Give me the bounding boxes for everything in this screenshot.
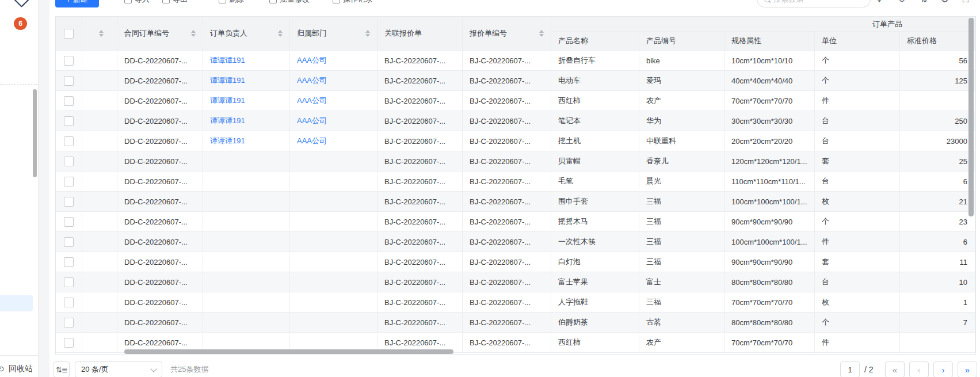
column-settings-icon[interactable]: ⇅ bbox=[918, 0, 929, 7]
row-select-cell[interactable] bbox=[56, 292, 82, 313]
row-checkbox[interactable] bbox=[64, 76, 74, 86]
row-select-cell[interactable] bbox=[56, 172, 82, 192]
row-checkbox[interactable] bbox=[64, 197, 74, 207]
row-checkbox[interactable] bbox=[64, 217, 74, 227]
row-sort-cell bbox=[82, 313, 117, 333]
quote-number-cell: BJ-C-20220607-... bbox=[463, 333, 551, 353]
row-select-cell[interactable] bbox=[56, 192, 82, 212]
row-checkbox[interactable] bbox=[64, 157, 74, 166]
department-link[interactable]: AAA公司 bbox=[297, 56, 327, 64]
row-select-cell[interactable] bbox=[56, 232, 82, 252]
product-name-cell: 电动车 bbox=[551, 71, 639, 91]
row-select-cell[interactable] bbox=[56, 272, 82, 292]
unit-cell: 件 bbox=[815, 91, 900, 111]
row-checkbox[interactable] bbox=[64, 116, 74, 126]
current-page-input[interactable]: 1 bbox=[840, 361, 860, 377]
row-select-cell[interactable] bbox=[56, 91, 82, 111]
last-page-button[interactable]: » bbox=[958, 361, 977, 377]
operation-log-button[interactable]: 操作记录 bbox=[333, 0, 373, 7]
spec-cell: 120cm*120cm*120/1... bbox=[724, 151, 815, 172]
row-checkbox[interactable] bbox=[64, 96, 74, 106]
department-cell bbox=[290, 151, 377, 172]
table-row: DD-C-20220607-...BJ-C-20220607-...BJ-C-2… bbox=[56, 292, 975, 313]
table-row: DD-C-20220607-...谭谭谭191AAA公司BJ-C-2022060… bbox=[56, 51, 975, 71]
sort-carets-icon[interactable] bbox=[99, 30, 104, 37]
next-page-button[interactable]: › bbox=[933, 361, 953, 377]
select-all-header[interactable] bbox=[56, 17, 82, 51]
owner-link[interactable]: 谭谭谭191 bbox=[210, 116, 245, 125]
department-link[interactable]: AAA公司 bbox=[297, 96, 327, 105]
plus-icon: + bbox=[66, 0, 71, 4]
new-button[interactable]: +新建 bbox=[55, 0, 99, 7]
row-density-button[interactable]: ⇅≣ bbox=[54, 361, 70, 377]
unit-cell: 个 bbox=[815, 71, 900, 91]
quote-number-cell: BJ-C-20220607-... bbox=[463, 172, 551, 192]
owner-link[interactable]: 谭谭谭191 bbox=[210, 56, 245, 64]
select-all-checkbox[interactable] bbox=[64, 29, 74, 39]
import-button[interactable]: 导入 bbox=[124, 0, 150, 7]
sidebar-scrollbar[interactable] bbox=[33, 89, 37, 177]
product-code-cell: 富士 bbox=[639, 272, 724, 292]
row-checkbox[interactable] bbox=[64, 318, 74, 328]
spec-cell: 100cm*100cm*100/1... bbox=[724, 192, 815, 212]
row-select-cell[interactable] bbox=[56, 131, 82, 151]
first-page-button[interactable]: « bbox=[885, 361, 905, 377]
gear-icon[interactable]: ⚙ bbox=[939, 0, 951, 7]
product-code-cell: 华为 bbox=[639, 111, 724, 131]
sort-carets-icon[interactable] bbox=[365, 30, 370, 37]
row-select-cell[interactable] bbox=[56, 333, 82, 353]
page-size-select[interactable]: 20 条/页 bbox=[75, 361, 162, 377]
department-link[interactable]: AAA公司 bbox=[297, 116, 327, 125]
recycle-bin-button[interactable]: ⟲ 回收站 bbox=[0, 363, 52, 375]
delete-button[interactable]: 删除 bbox=[219, 0, 244, 7]
unit-cell: 台 bbox=[815, 111, 900, 131]
order-number-cell: DD-C-20220607-... bbox=[117, 151, 203, 172]
prev-page-button[interactable]: ‹ bbox=[909, 361, 929, 377]
owner-link[interactable]: 谭谭谭191 bbox=[210, 76, 245, 85]
filter-icon[interactable]: ⧩ bbox=[874, 0, 885, 7]
unit-cell: 台 bbox=[815, 272, 900, 292]
row-checkbox[interactable] bbox=[64, 136, 74, 146]
price-cell: 125 bbox=[900, 71, 975, 91]
row-select-cell[interactable] bbox=[56, 313, 82, 333]
row-select-cell[interactable] bbox=[56, 151, 82, 172]
row-checkbox[interactable] bbox=[64, 237, 74, 247]
fullscreen-icon[interactable]: ⛶ bbox=[960, 0, 971, 7]
column-header-department[interactable]: 归属部门 bbox=[290, 17, 377, 51]
row-select-cell[interactable] bbox=[56, 111, 82, 131]
column-header-order-number[interactable]: 合同订单编号 bbox=[117, 17, 203, 51]
owner-link[interactable]: 谭谭谭191 bbox=[210, 136, 245, 145]
row-checkbox[interactable] bbox=[64, 257, 74, 267]
sort-carets-icon[interactable] bbox=[539, 30, 544, 37]
order-number-cell: DD-C-20220607-... bbox=[117, 232, 203, 252]
row-checkbox[interactable] bbox=[64, 177, 74, 186]
row-checkbox[interactable] bbox=[64, 338, 74, 348]
sort-carets-icon[interactable] bbox=[191, 30, 196, 37]
gem-icon[interactable] bbox=[14, 0, 29, 7]
product-name-cell: 西红柿 bbox=[551, 333, 639, 353]
department-link[interactable]: AAA公司 bbox=[297, 136, 327, 145]
table-row: DD-C-20220607-...谭谭谭191AAA公司BJ-C-2022060… bbox=[56, 131, 975, 151]
row-select-cell[interactable] bbox=[56, 212, 82, 232]
row-sort-header[interactable] bbox=[82, 17, 117, 51]
product-code-cell: bike bbox=[639, 51, 724, 71]
related-quote-cell: BJ-C-20220607-... bbox=[377, 172, 463, 192]
row-checkbox[interactable] bbox=[64, 298, 74, 307]
row-select-cell[interactable] bbox=[56, 252, 82, 272]
row-checkbox[interactable] bbox=[64, 56, 74, 66]
row-select-cell[interactable] bbox=[56, 71, 82, 91]
batch-edit-button[interactable]: 批量修改 bbox=[269, 0, 310, 7]
sort-carets-icon[interactable] bbox=[278, 30, 283, 37]
row-select-cell[interactable] bbox=[56, 51, 82, 71]
sidebar-item-selected[interactable] bbox=[0, 295, 33, 311]
department-link[interactable]: AAA公司 bbox=[297, 76, 327, 85]
horizontal-scrollbar[interactable] bbox=[124, 349, 453, 354]
refresh-icon[interactable]: ↻ bbox=[896, 0, 907, 7]
column-header-owner[interactable]: 订单负责人 bbox=[203, 17, 290, 51]
owner-link[interactable]: 谭谭谭191 bbox=[210, 96, 245, 105]
vertical-scrollbar[interactable] bbox=[968, 18, 974, 216]
row-checkbox[interactable] bbox=[64, 277, 74, 287]
search-input[interactable]: 搜索数据 bbox=[757, 0, 871, 7]
column-header-quote-number[interactable]: 报价单编号 bbox=[463, 17, 551, 51]
export-button[interactable]: 导出 bbox=[162, 0, 188, 7]
